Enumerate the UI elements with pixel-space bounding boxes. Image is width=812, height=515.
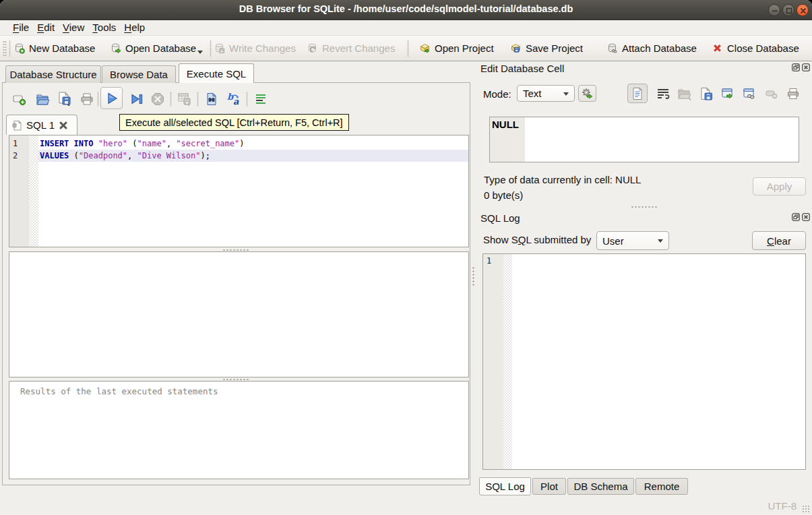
menu-tools[interactable]: Tools <box>88 21 120 34</box>
sql-editor[interactable]: 1 2 INSERT INTO "hero" ("name", "secret_… <box>9 135 469 247</box>
log-content[interactable] <box>512 254 805 469</box>
open-database-dropdown-arrow[interactable] <box>197 51 203 54</box>
dock-tab-plot[interactable]: Plot <box>532 478 566 495</box>
import-data-icon <box>581 87 594 100</box>
open-in-browser-button[interactable] <box>742 86 757 101</box>
sql-line-2: VALUES ("Deadpond", "Dive Wilson"); <box>38 150 468 162</box>
svg-text:a: a <box>233 96 239 107</box>
main-tabbar: Database Structure Browse Data Execute S… <box>0 61 477 82</box>
close-sql-tab-icon[interactable] <box>59 121 68 130</box>
find-replace-button[interactable] <box>202 90 221 109</box>
close-icon <box>799 6 808 16</box>
maximize-icon <box>784 6 794 16</box>
cell-editor[interactable]: NULL <box>489 117 799 162</box>
text-mode-button[interactable] <box>627 84 648 103</box>
window-controls <box>768 4 809 16</box>
close-dock-icon[interactable] <box>802 213 810 221</box>
main-vertical-splitter[interactable] <box>472 266 475 286</box>
dock-tab-remote[interactable]: Remote <box>635 478 688 495</box>
open-file-cell-button[interactable] <box>677 86 693 101</box>
write-changes-label: Write Changes <box>229 42 296 54</box>
mode-combobox[interactable]: Text <box>517 85 575 102</box>
maximize-button[interactable] <box>782 4 794 16</box>
new-database-button[interactable]: New Database <box>7 38 102 58</box>
open-sql-file-button[interactable] <box>33 90 52 109</box>
titlebar[interactable]: DB Browser for SQLite - /home/user/code/… <box>0 0 812 20</box>
close-database-button[interactable]: Close Database <box>705 38 806 58</box>
save-results-button[interactable] <box>175 90 194 109</box>
menu-edit[interactable]: Edit <box>33 21 59 34</box>
tab-label: Execute SQL <box>187 68 246 80</box>
import-data-button[interactable] <box>578 85 596 102</box>
execute-all-button[interactable] <box>100 87 123 109</box>
tab-database-structure[interactable]: Database Structure <box>5 65 101 83</box>
sql-document-tab[interactable]: SQL 1 <box>6 115 77 135</box>
open-project-button[interactable]: Open Project <box>412 38 501 58</box>
results-message-box[interactable]: Results of the last executed statements <box>9 381 469 479</box>
cell-editor-gutter: NULL <box>490 117 525 162</box>
revert-changes-button[interactable]: Revert Changes <box>300 38 402 58</box>
toolbar-separator <box>406 40 410 57</box>
log-line-number: 1 <box>487 256 491 266</box>
menubar: File Edit View Tools Help <box>0 20 812 36</box>
close-button[interactable] <box>797 4 809 16</box>
log-line-number-gutter: 1 <box>483 254 503 469</box>
new-database-icon <box>13 42 25 54</box>
dock-tab-label: Plot <box>540 481 558 492</box>
print-cell-button[interactable] <box>786 86 801 101</box>
cell-type-text: Type of data currently in cell: NULL <box>484 174 641 185</box>
stop-button[interactable] <box>148 90 167 109</box>
export-cell-button[interactable] <box>720 86 735 101</box>
minimize-button[interactable] <box>768 4 780 16</box>
results-grid[interactable] <box>9 251 469 377</box>
minimize-icon <box>770 6 780 16</box>
tab-execute-sql[interactable]: Execute SQL <box>179 63 254 83</box>
word-wrap-button[interactable] <box>251 90 270 109</box>
word-wrap-cell-button[interactable] <box>656 86 670 101</box>
clear-log-button[interactable]: Clear <box>752 231 806 250</box>
save-file-cell-button[interactable] <box>699 86 714 101</box>
print-cell-icon <box>786 87 800 100</box>
write-changes-icon <box>214 42 225 54</box>
log-filter-combobox[interactable]: User <box>596 231 669 250</box>
stop-icon <box>150 92 165 107</box>
auto-format-button[interactable]: b a <box>224 90 243 109</box>
log-filter-value: User <box>602 235 624 247</box>
statusbar: UTF-8 <box>0 497 812 515</box>
write-changes-button[interactable]: Write Changes <box>207 38 303 58</box>
tab-label: Browse Data <box>110 69 168 80</box>
close-dock-icon[interactable] <box>802 63 810 71</box>
menu-help[interactable]: Help <box>120 21 149 34</box>
cell-editor-content[interactable] <box>525 117 799 162</box>
window-title: DB Browser for SQLite - /home/user/code/… <box>0 3 812 14</box>
menu-view[interactable]: View <box>59 21 88 34</box>
dock-tab-db-schema[interactable]: DB Schema <box>567 478 634 495</box>
log-fold-margin <box>503 254 512 469</box>
encoding-indicator[interactable]: UTF-8 <box>768 500 797 512</box>
combo-arrow-icon <box>563 92 569 96</box>
attach-database-button[interactable]: Attach Database <box>600 38 704 58</box>
save-project-icon <box>510 42 522 54</box>
apply-button[interactable]: Apply <box>753 177 806 195</box>
resize-grip-icon[interactable] <box>802 505 810 513</box>
dock-splitter[interactable] <box>631 206 658 208</box>
save-sql-file-button[interactable] <box>55 90 74 109</box>
execute-current-line-button[interactable] <box>127 90 146 109</box>
new-sql-tab-button[interactable] <box>10 90 29 109</box>
print-sql-button[interactable] <box>77 90 96 109</box>
save-project-button[interactable]: Save Project <box>503 38 590 58</box>
float-dock-icon[interactable] <box>792 213 800 221</box>
open-file-cell-icon <box>677 87 692 100</box>
menu-file[interactable]: File <box>9 21 33 34</box>
dock-tab-sql-log[interactable]: SQL Log <box>479 477 531 495</box>
revert-changes-icon <box>307 42 318 54</box>
open-database-button[interactable]: Open Database <box>103 38 203 58</box>
set-null-button[interactable] <box>764 86 779 101</box>
float-dock-icon[interactable] <box>792 63 800 71</box>
save-sql-file-icon <box>57 91 73 107</box>
sql-code-area[interactable]: INSERT INTO "hero" ("name", "secret_name… <box>38 135 468 247</box>
tab-browse-data[interactable]: Browse Data <box>102 65 176 83</box>
set-null-icon <box>765 87 778 100</box>
execute-current-line-icon <box>129 92 144 107</box>
sql-log-editor[interactable]: 1 <box>482 253 806 470</box>
